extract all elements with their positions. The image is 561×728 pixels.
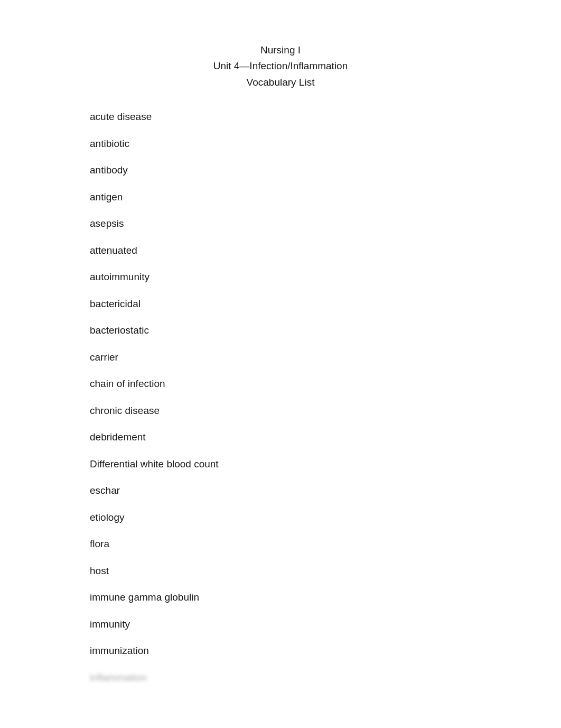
vocab-item-acute-disease: acute disease (90, 109, 529, 125)
vocab-item-blurred-item: inflammation (90, 670, 529, 686)
header-line1: Nursing I (260, 44, 301, 56)
vocab-item-immune-gamma-globulin: immune gamma globulin (90, 590, 529, 605)
vocab-item-attenuated: attenuated (90, 243, 529, 259)
vocab-item-antigen: antigen (90, 190, 529, 205)
vocab-item-bacteriostatic: bacteriostatic (90, 323, 529, 338)
page-header: Nursing I Unit 4—Infection/Inflammation … (32, 42, 529, 90)
header-title: Nursing I Unit 4—Infection/Inflammation … (32, 42, 529, 90)
vocab-item-etiology: etiology (90, 510, 529, 526)
vocab-item-carrier: carrier (90, 350, 529, 365)
vocab-item-flora: flora (90, 537, 529, 552)
header-line2: Unit 4—Infection/Inflammation (213, 60, 348, 71)
vocab-item-immunization: immunization (90, 643, 529, 659)
vocab-item-host: host (90, 564, 529, 579)
header-line3: Vocabulary List (247, 77, 315, 88)
vocab-item-chronic-disease: chronic disease (90, 403, 529, 419)
vocab-item-chain-of-infection: chain of infection (90, 376, 529, 392)
vocab-item-antibody: antibody (90, 163, 529, 178)
vocab-item-asepsis: asepsis (90, 216, 529, 232)
vocab-item-debridement: debridement (90, 430, 529, 445)
vocab-item-immunity: immunity (90, 617, 529, 632)
vocab-item-differential-white-blood-count: Differential white blood count (90, 457, 529, 472)
vocab-item-autoimmunity: autoimmunity (90, 270, 529, 285)
vocab-item-bactericidal: bactericidal (90, 297, 529, 312)
vocabulary-list: acute diseaseantibioticantibodyantigenas… (90, 109, 529, 685)
vocab-item-eschar: eschar (90, 483, 529, 499)
vocab-item-antibiotic: antibiotic (90, 136, 529, 152)
page-container: Nursing I Unit 4—Infection/Inflammation … (0, 0, 561, 728)
